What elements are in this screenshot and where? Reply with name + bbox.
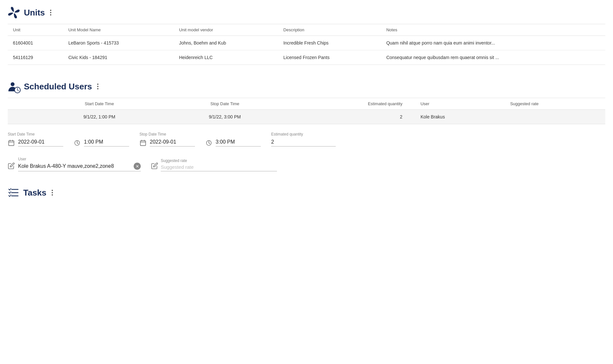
- units-cell-unitModelName: LeBaron Sports - 415733: [63, 36, 174, 50]
- stop-time-field: 3:00 PM: [205, 139, 261, 147]
- start-time-field: 1:00 PM: [74, 139, 129, 147]
- user-input-container: User Kole Brakus A-480-Y mauve,zone2,zon…: [18, 157, 141, 171]
- pinwheel-icon: [8, 6, 20, 19]
- svg-rect-6: [9, 140, 14, 146]
- estimated-quantity-field: Estimated quantity 2: [271, 132, 336, 147]
- start-date-label: Start Date Time: [8, 132, 63, 136]
- stop-date-value[interactable]: 2022-09-01: [150, 139, 195, 147]
- su-cell-startDateTime: 9/1/22, 1:00 PM: [8, 110, 170, 124]
- units-cell-unitModelName: Civic Kids - 184291: [63, 50, 174, 65]
- start-calendar-icon: [8, 139, 15, 147]
- start-time-icon: [74, 139, 81, 147]
- su-cell-stopDateTime: 9/1/22, 3:00 PM: [170, 110, 279, 124]
- svg-point-1: [11, 82, 15, 86]
- su-col-rate: Suggested rate: [505, 98, 605, 110]
- estimated-quantity-value[interactable]: 2: [271, 139, 336, 147]
- su-col-start: Start Date Time: [8, 98, 170, 110]
- suggested-rate-field-group: Suggested rate Suggested rate: [151, 158, 277, 171]
- su-col-user: User: [415, 98, 505, 110]
- units-cell-unit: 61604001: [8, 36, 63, 50]
- table-row: 9/1/22, 1:00 PM9/1/22, 3:00 PM2Kole Brak…: [8, 110, 605, 124]
- units-cell-unit: 54116129: [8, 50, 63, 65]
- tasks-more-menu[interactable]: [50, 188, 54, 197]
- units-cell-notes: Quam nihil atque porro nam quia eum anim…: [381, 36, 605, 50]
- stop-date-field: Stop Date Time 2022-09-01: [139, 132, 195, 147]
- svg-rect-14: [140, 140, 146, 146]
- suggested-rate-value[interactable]: Suggested rate: [161, 164, 277, 171]
- suggested-rate-label: Suggested rate: [161, 158, 277, 163]
- stop-date-label: Stop Date Time: [139, 132, 195, 136]
- units-col-notes: Notes: [381, 24, 605, 36]
- units-table: Unit Unit Model Name Unit model vendor D…: [8, 24, 605, 65]
- svg-point-0: [13, 12, 15, 14]
- scheduled-users-title: Scheduled Users: [24, 82, 92, 92]
- units-title: Units: [24, 8, 45, 18]
- tasks-icon: [8, 187, 19, 198]
- units-cell-description: Incredible Fresh Chips: [278, 36, 381, 50]
- tasks-title: Tasks: [23, 188, 46, 198]
- suggested-rate-input-container: Suggested rate Suggested rate: [161, 158, 277, 171]
- user-clear-button[interactable]: ✕: [134, 163, 141, 170]
- user-label: User: [18, 157, 141, 161]
- estimated-quantity-label: Estimated quantity: [271, 132, 336, 136]
- units-col-description: Description: [278, 24, 381, 36]
- stop-time-value[interactable]: 3:00 PM: [216, 139, 261, 147]
- units-cell-notes: Consequatur neque quibusdam rem quaerat …: [381, 50, 605, 65]
- scheduled-users-table: Start Date Time Stop Date Time Estimated…: [8, 98, 605, 124]
- user-value[interactable]: Kole Brakus A-480-Y mauve,zone2,zone8: [18, 163, 131, 169]
- units-cell-vendor: Johns, Boehm and Kub: [174, 36, 278, 50]
- su-cell-user: Kole Brakus: [415, 110, 505, 124]
- user-field-group: User Kole Brakus A-480-Y mauve,zone2,zon…: [8, 157, 141, 171]
- table-row: 54116129Civic Kids - 184291Heidenreich L…: [8, 50, 605, 65]
- scheduled-users-icon: [8, 80, 20, 93]
- su-cell-suggestedRate: [505, 110, 605, 124]
- su-cell-estimatedQuantity: 2: [280, 110, 415, 124]
- su-col-stop: Stop Date Time: [170, 98, 279, 110]
- units-cell-description: Licensed Frozen Pants: [278, 50, 381, 65]
- su-col-qty: Estimated quantity: [280, 98, 415, 110]
- stop-calendar-icon: [139, 139, 147, 147]
- units-more-menu[interactable]: [49, 8, 53, 17]
- stop-time-icon: [205, 139, 212, 147]
- units-col-model-name: Unit Model Name: [63, 24, 174, 36]
- units-cell-vendor: Heidenreich LLC: [174, 50, 278, 65]
- start-date-value[interactable]: 2022-09-01: [18, 139, 63, 147]
- units-col-vendor: Unit model vendor: [174, 24, 278, 36]
- start-time-value[interactable]: 1:00 PM: [84, 139, 129, 147]
- units-col-unit: Unit: [8, 24, 63, 36]
- scheduled-users-more-menu[interactable]: [96, 82, 100, 91]
- user-edit-icon[interactable]: [8, 162, 15, 169]
- suggested-rate-edit-icon[interactable]: [151, 162, 158, 169]
- table-row: 61604001LeBaron Sports - 415733Johns, Bo…: [8, 36, 605, 50]
- user-input-value-row: Kole Brakus A-480-Y mauve,zone2,zone8 ✕: [18, 163, 141, 171]
- start-date-field: Start Date Time 2022-09-01: [8, 132, 63, 147]
